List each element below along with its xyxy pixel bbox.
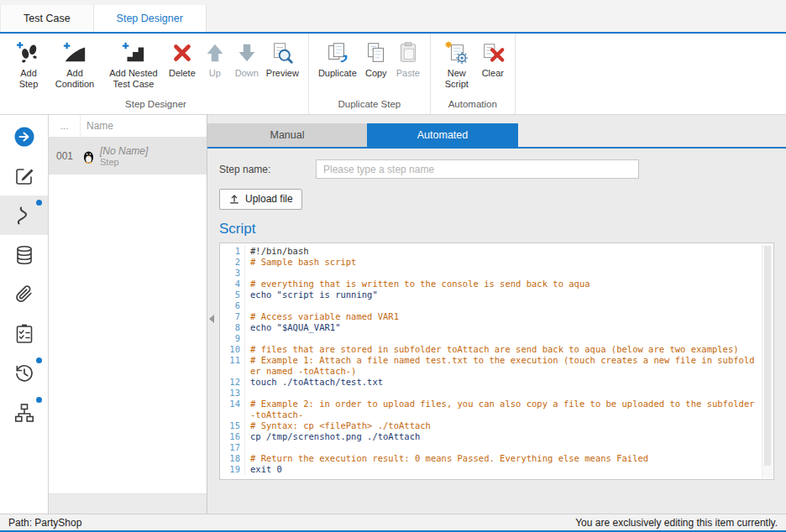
checklist-icon	[13, 323, 35, 345]
rail-item-data[interactable]	[0, 235, 48, 274]
move-down-button[interactable]: Down	[231, 37, 263, 81]
tab-step-designer[interactable]: Step Designer	[94, 5, 207, 32]
add-step-icon	[16, 39, 41, 66]
move-up-icon	[202, 39, 228, 66]
step-subtitle: Step	[100, 157, 148, 167]
upload-row: Upload file	[219, 189, 774, 210]
code-line: 7# Access variable named VAR1	[220, 311, 758, 322]
steps-icon	[13, 205, 35, 227]
rail-item-steps[interactable]	[0, 196, 48, 235]
history-icon	[13, 362, 35, 384]
code-lines: 1#!/bin/bash2# Sample bash script34# eve…	[220, 243, 773, 477]
step-name-input[interactable]	[316, 159, 639, 179]
step-texts: [No Name] Step	[100, 145, 148, 167]
code-text: # Access variable named VAR1	[250, 311, 758, 322]
code-text: echo "$AQUA_VAR1"	[250, 322, 758, 333]
scrollbar-thumb[interactable]	[764, 246, 771, 466]
code-line: 16cp /tmp/screnshot.png ./toAttach	[220, 431, 758, 442]
ribbon-group-label: Step Designer	[9, 96, 302, 113]
ribbon-buttons: New Script Clear	[437, 37, 509, 96]
rail-item-checklist[interactable]	[0, 314, 48, 353]
code-text: # Example 2: in order to upload files, y…	[250, 399, 758, 420]
add-step-button[interactable]: Add Step	[9, 37, 48, 92]
code-text: # everything that is written to the cons…	[250, 279, 758, 289]
code-line: 11# Example 1: Attach a file named test.…	[220, 355, 758, 377]
move-down-icon	[234, 39, 259, 66]
script-editor[interactable]: 1#!/bin/bash2# Sample bash script34# eve…	[219, 243, 774, 480]
code-text	[250, 388, 758, 399]
rail-item-details[interactable]	[0, 117, 48, 156]
step-row[interactable]: 001 [No Name] Step	[49, 138, 207, 175]
code-line: 12touch ./toAttach/test.txt	[220, 377, 758, 388]
hierarchy-icon	[13, 402, 35, 424]
column-options-button[interactable]: ...	[49, 115, 81, 137]
tab-manual-label: Manual	[270, 129, 305, 141]
rail-item-hierarchy[interactable]	[0, 393, 48, 432]
copy-button[interactable]: Copy	[360, 37, 392, 81]
column-header-name: Name	[81, 120, 113, 132]
new-script-icon	[444, 39, 469, 66]
preview-label: Preview	[266, 68, 299, 79]
tab-automated[interactable]: Automated	[367, 123, 518, 147]
notification-dot	[36, 397, 42, 403]
delete-icon	[170, 39, 195, 66]
ribbon-group-label: Duplicate Step	[315, 96, 424, 113]
paste-button[interactable]: Paste	[392, 37, 424, 81]
code-text: exit 0	[250, 464, 758, 475]
code-line: 6	[220, 300, 758, 311]
code-text	[250, 442, 758, 453]
clear-icon	[480, 39, 506, 66]
line-number: 19	[220, 464, 245, 475]
attachments-icon	[13, 284, 35, 305]
ribbon-buttons: Add Step Add Condition	[9, 37, 302, 96]
move-up-label: Up	[209, 68, 221, 79]
preview-icon	[270, 39, 295, 66]
line-number: 4	[220, 279, 245, 289]
clear-button[interactable]: Clear	[477, 37, 509, 81]
tab-test-case[interactable]: Test Case	[0, 5, 94, 32]
delete-button[interactable]: Delete	[165, 37, 199, 81]
ribbon-group-label: Automation	[437, 96, 509, 113]
code-line: 4# everything that is written to the con…	[220, 279, 758, 289]
duplicate-button[interactable]: Duplicate	[315, 37, 360, 81]
code-line: 13	[220, 388, 758, 399]
step-mode-tabs: Manual Automated	[207, 123, 786, 149]
add-condition-button[interactable]: Add Condition	[48, 37, 102, 92]
code-text: #!/bin/bash	[250, 246, 758, 257]
panel-collapse-handle[interactable]	[209, 315, 214, 323]
editor-scrollbar[interactable]	[762, 244, 773, 478]
tab-manual[interactable]: Manual	[207, 123, 367, 147]
new-script-label: New Script	[440, 68, 474, 90]
upload-file-button[interactable]: Upload file	[219, 189, 302, 210]
status-path: Path: PartyShop	[8, 517, 81, 529]
code-text: cp /tmp/screnshot.png ./toAttach	[250, 431, 758, 442]
step-number: 001	[49, 150, 81, 162]
add-nested-test-case-button[interactable]: Add Nested Test Case	[102, 37, 165, 92]
rail-item-attachments[interactable]	[0, 274, 48, 314]
document-tabbar: Test Case Step Designer	[0, 0, 786, 34]
details-arrow-icon	[13, 126, 35, 148]
copy-icon	[364, 39, 389, 66]
code-text	[250, 268, 758, 279]
code-line: 18# Return the execution result: 0 means…	[220, 453, 758, 464]
ribbon: Add Step Add Condition	[0, 34, 786, 115]
code-text: # Return the execution result: 0 means P…	[250, 453, 758, 464]
code-text: touch ./toAttach/test.txt	[250, 377, 758, 388]
rail-item-history[interactable]	[0, 353, 48, 393]
code-line: 14# Example 2: in order to upload files,…	[220, 399, 758, 420]
ribbon-group-automation: New Script Clear Automation	[431, 34, 516, 114]
code-line: 1#!/bin/bash	[220, 246, 758, 257]
add-condition-icon	[62, 39, 87, 66]
rail-item-edit[interactable]	[0, 156, 48, 196]
add-step-label: Add Step	[13, 68, 45, 90]
move-up-button[interactable]: Up	[199, 37, 231, 81]
edit-icon	[13, 165, 35, 187]
ribbon-group-step-designer: Add Step Add Condition	[3, 34, 309, 114]
step-list-panel: ... Name 001 [No Name] Step	[49, 115, 207, 514]
preview-button[interactable]: Preview	[263, 37, 302, 81]
line-number: 14	[220, 399, 245, 420]
code-text: # Sample bash script	[250, 257, 758, 268]
new-script-button[interactable]: New Script	[437, 37, 477, 92]
add-nested-test-case-icon	[121, 39, 146, 66]
code-line: 17	[220, 442, 758, 453]
